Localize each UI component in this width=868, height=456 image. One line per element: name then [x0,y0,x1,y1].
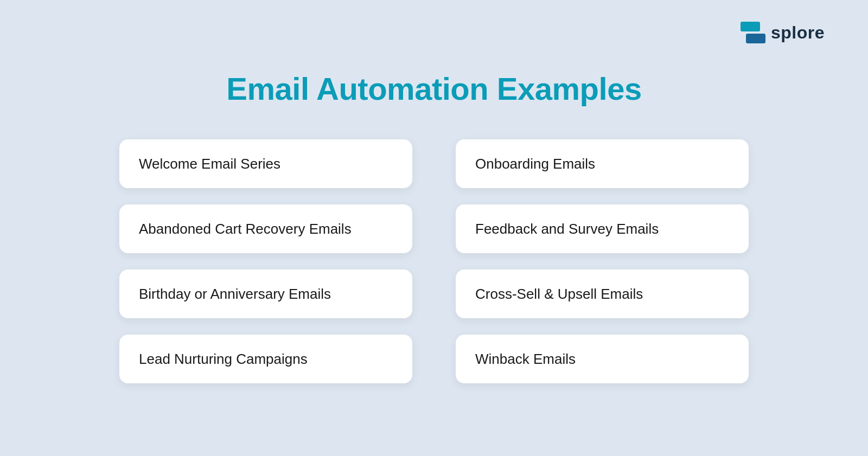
list-item: Lead Nurturing Campaigns [119,335,412,383]
logo-rect-bottom [746,34,765,43]
logo-text: splore [771,23,825,43]
page-title: Email Automation Examples [0,70,868,107]
list-item: Birthday or Anniversary Emails [119,269,412,318]
list-item: Winback Emails [456,335,749,383]
list-item: Onboarding Emails [456,139,749,188]
list-item: Cross-Sell & Upsell Emails [456,269,749,318]
items-grid: Welcome Email Series Onboarding Emails A… [108,139,760,383]
list-item: Welcome Email Series [119,139,412,188]
logo-rect-top [741,22,760,31]
logo-icon [741,22,765,43]
list-item: Feedback and Survey Emails [456,204,749,253]
list-item: Abandoned Cart Recovery Emails [119,204,412,253]
logo: splore [741,22,825,43]
